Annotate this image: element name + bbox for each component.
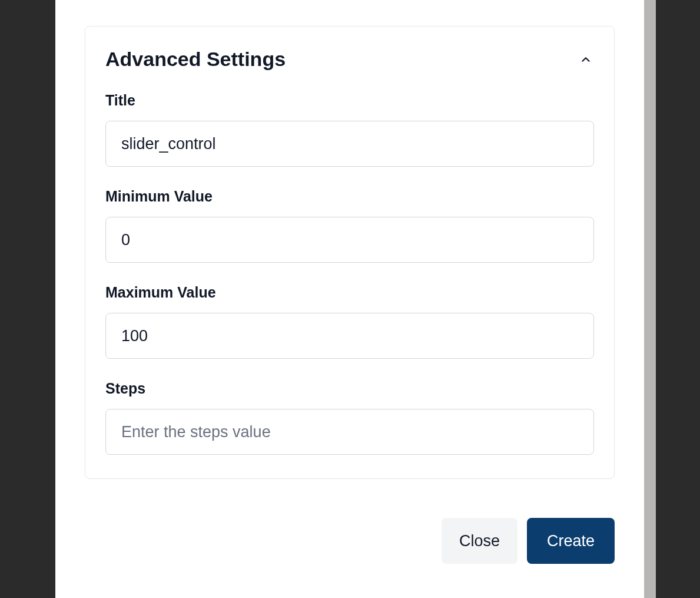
chevron-up-icon (579, 53, 592, 66)
steps-field-group: Steps (105, 380, 594, 455)
advanced-settings-card: Advanced Settings Title Minimum Value Ma… (85, 26, 615, 479)
title-field-group: Title (105, 92, 594, 167)
steps-input[interactable] (105, 409, 594, 455)
card-title: Advanced Settings (105, 48, 286, 71)
steps-label: Steps (105, 380, 594, 397)
modal-footer: Close Create (85, 518, 615, 564)
min-input[interactable] (105, 217, 594, 263)
create-button[interactable]: Create (527, 518, 615, 564)
max-label: Maximum Value (105, 284, 594, 301)
close-button[interactable]: Close (442, 518, 517, 564)
settings-modal: Advanced Settings Title Minimum Value Ma… (55, 0, 644, 598)
max-input[interactable] (105, 313, 594, 359)
title-input[interactable] (105, 121, 594, 167)
min-label: Minimum Value (105, 188, 594, 205)
card-header: Advanced Settings (105, 48, 594, 71)
collapse-toggle[interactable] (578, 51, 594, 68)
title-label: Title (105, 92, 594, 109)
min-field-group: Minimum Value (105, 188, 594, 263)
max-field-group: Maximum Value (105, 284, 594, 359)
